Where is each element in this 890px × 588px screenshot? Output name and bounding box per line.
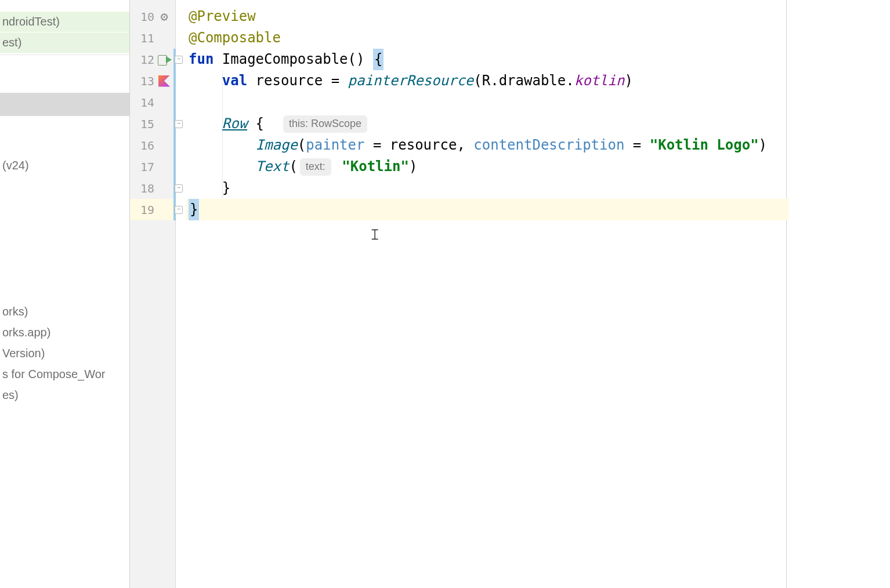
text-cursor-icon: 𝙸: [370, 224, 380, 245]
project-item[interactable]: es): [0, 385, 129, 405]
line-number: 18: [130, 182, 154, 195]
line-number: 19: [130, 203, 154, 217]
composable-call: Text: [256, 156, 290, 177]
line-number: 16: [130, 139, 154, 153]
project-item[interactable]: Version): [0, 343, 129, 364]
project-item[interactable]: (v24): [0, 155, 129, 176]
gear-icon[interactable]: ⚙: [160, 9, 168, 24]
string-literal: "Kotlin Logo": [650, 135, 759, 156]
run-preview-icon[interactable]: [158, 53, 171, 66]
fold-column[interactable]: − − − −: [176, 0, 186, 588]
annotation: @Preview: [189, 6, 256, 27]
brace-open: {: [373, 49, 384, 70]
function-call: painterResource: [348, 70, 474, 92]
brace-close: }: [189, 199, 199, 220]
kotlin-icon[interactable]: [158, 75, 170, 87]
code-line[interactable]: @Preview: [186, 6, 788, 27]
annotation: @Composable: [189, 27, 281, 49]
editor-gutter[interactable]: 10 ⚙ 11 12 13 14 15 16 17 18 19: [130, 0, 176, 588]
code-line[interactable]: @Composable: [186, 27, 788, 49]
code-line-current[interactable]: }: [186, 199, 788, 220]
string-literal: "Kotlin": [342, 156, 409, 177]
code-line[interactable]: Text(text: "Kotlin"): [186, 156, 788, 177]
fold-handle-icon[interactable]: −: [175, 120, 183, 128]
line-number: 17: [130, 160, 154, 174]
composable-call: Image: [256, 135, 298, 156]
line-number: 10: [130, 10, 154, 24]
code-line[interactable]: fun ImageComposable() {: [186, 49, 788, 70]
inlay-hint: this: RowScope: [283, 115, 367, 133]
fold-handle-icon[interactable]: −: [175, 206, 183, 214]
project-item[interactable]: orks.app): [0, 322, 129, 343]
line-number: 12: [130, 53, 154, 67]
line-number: 11: [130, 31, 154, 45]
project-panel[interactable]: ndroidTest) est) (v24) orks) orks.app) V…: [0, 0, 130, 588]
code-editor[interactable]: @Preview @Composable fun ImageComposable…: [186, 0, 786, 588]
line-number: 13: [130, 74, 154, 88]
code-line[interactable]: Image(painter = resource, contentDescrip…: [186, 135, 788, 156]
keyword: val: [222, 70, 247, 92]
line-number: 15: [130, 117, 154, 131]
fold-handle-icon[interactable]: −: [175, 56, 183, 64]
code-line[interactable]: val resource = painterResource(R.drawabl…: [186, 70, 788, 92]
right-dock[interactable]: [786, 0, 890, 588]
code-line[interactable]: }: [186, 177, 788, 199]
code-line[interactable]: [186, 92, 788, 113]
composable-call: Row: [222, 113, 247, 135]
project-item-selected[interactable]: [0, 93, 129, 116]
change-marker: [173, 49, 176, 220]
project-item[interactable]: ndroidTest): [0, 12, 129, 32]
fold-handle-icon[interactable]: −: [175, 184, 183, 193]
line-number: 14: [130, 96, 154, 110]
project-item[interactable]: s for Compose_Wor: [0, 364, 129, 384]
function-name: ImageComposable: [222, 49, 348, 70]
inlay-hint: text:: [300, 158, 331, 176]
project-item[interactable]: est): [0, 32, 129, 53]
project-item[interactable]: orks): [0, 302, 129, 322]
keyword: fun: [189, 49, 214, 70]
code-line[interactable]: Row { this: RowScope: [186, 113, 788, 135]
